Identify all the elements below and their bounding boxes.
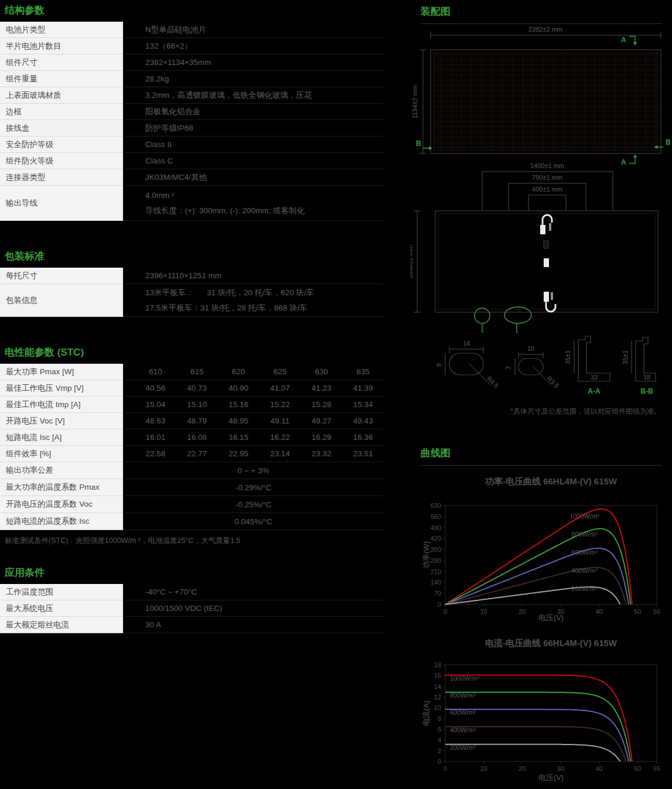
y-tick-label: 630 xyxy=(431,502,441,509)
cell: 41.23 xyxy=(301,384,342,392)
y-tick-label: 10 xyxy=(434,704,441,711)
y-tick-label: 140 xyxy=(431,579,441,586)
row-label: 组件重量 xyxy=(0,71,123,87)
row-label: 最大功率 Pmax [W] xyxy=(0,364,123,380)
row-label: 开路电压 Voc [V] xyxy=(0,413,123,429)
table-row: 组件效率 [%]22.5822.7722.9523.1423.3223.51 xyxy=(0,446,384,462)
section-electrical-stc: 电性能参数 (STC) 最大功率 Pmax [W]610615620625630… xyxy=(0,342,384,546)
row-cells: 40.5640.7340.9041.0741.2341.39 xyxy=(123,380,384,397)
row-value: N型单晶硅电池片 xyxy=(123,22,384,38)
cell: 15.04 xyxy=(135,400,176,409)
table-row: 短路电流的温度系数 Isc0.045%/°C xyxy=(0,513,384,530)
row-value-line2: 17.5米平板车：31 块/托，28 托/车，868 块/车 xyxy=(145,300,381,316)
app-table: 工作温度范围-40°C ~ +70°C 最大系统电压1000/1500 VDC … xyxy=(0,584,384,633)
row-value: Class II xyxy=(123,136,384,153)
row-label: 最大额定熔丝电流 xyxy=(0,617,123,633)
hole1-height: 9 xyxy=(435,363,442,367)
y-tick-label: 210 xyxy=(431,568,441,575)
row-value: 2382×1134×35mm xyxy=(123,54,384,71)
cell: 22.58 xyxy=(135,449,176,458)
y-tick-label: 8 xyxy=(438,715,441,722)
packing-table: 每托尺寸2396×1110×1251 mm 包装信息13米平板车： 31 块/托… xyxy=(0,268,384,317)
row-value: 28.2kg xyxy=(123,71,384,87)
row-value: 防护等级IP68 xyxy=(123,120,384,136)
y-tick-label: 0 xyxy=(438,758,441,765)
section-packing: 包装标准 每托尺寸2396×1110×1251 mm 包装信息13米平板车： 3… xyxy=(0,246,384,317)
row-label: 最佳工作电流 Imp [A] xyxy=(0,397,123,413)
x-tick-label: 0 xyxy=(444,765,447,772)
stc-footnote: 标准测试条件(STC)：光照强度1000W/m ²，电池温度25°C，大气质量1… xyxy=(0,530,384,546)
x-tick-label: 50 xyxy=(634,765,641,772)
stc-table: 最大功率 Pmax [W]610615620625630635 最佳工作电压 V… xyxy=(0,364,384,530)
section-title: 包装标准 xyxy=(0,246,384,268)
table-row: 包装信息13米平板车： 31 块/托，20 托/车，620 块/车17.5米平板… xyxy=(0,284,384,317)
x-tick-label: 10 xyxy=(480,765,487,772)
front-height-dim: 1134±2 mm xyxy=(411,85,418,118)
row-value: -40°C ~ +70°C xyxy=(123,584,384,600)
section-title: 应用条件 xyxy=(0,562,384,584)
rear-dim-790: 790±1 mm xyxy=(532,174,562,181)
table-row: 组件重量28.2kg xyxy=(0,71,384,87)
cell: 22.95 xyxy=(218,449,260,458)
table-row: 工作温度范围-40°C ~ +70°C xyxy=(0,584,384,600)
row-label: 电池片类型 xyxy=(0,22,123,38)
series-label: 400W/m² xyxy=(571,567,598,574)
table-row: 安全防护等级Class II xyxy=(0,136,384,153)
row-label: 接线盒 xyxy=(0,120,123,136)
bb-height: 35±1 xyxy=(622,350,629,364)
assembly-footnote: *具体尺寸及公差范围，请以对应组件图纸为准。 xyxy=(510,407,661,415)
row-cells: 16.0116.0816.1516.2216.2916.36 xyxy=(123,429,384,446)
y-tick-label: 350 xyxy=(431,546,441,553)
cell: 610 xyxy=(135,367,176,376)
cell: 630 xyxy=(301,367,342,376)
cell: 40.73 xyxy=(176,384,218,392)
cell: 615 xyxy=(176,367,218,376)
table-row: 最大功率的温度系数 Pmax-0.29%/°C xyxy=(0,479,384,496)
y-axis-label: 功率(W) xyxy=(422,541,431,569)
x-tick-label: 30 xyxy=(557,765,564,772)
cell: 23.51 xyxy=(342,449,384,458)
cell: 625 xyxy=(259,367,301,376)
row-value-line2: 导线长度：(+): 300mm, (-): 200mm; 或客制化 xyxy=(145,203,381,218)
y-tick-label: 0 xyxy=(438,601,441,608)
cell: 16.08 xyxy=(176,433,218,442)
bb-width: 18 xyxy=(643,374,650,381)
cell: 16.22 xyxy=(259,433,301,442)
cell: 41.39 xyxy=(342,384,384,392)
table-row: 组件尺寸2382×1134×35mm xyxy=(0,54,384,71)
x-tick-label: 0 xyxy=(444,608,447,615)
connector-cables xyxy=(540,215,555,312)
table-row: 最大功率 Pmax [W]610615620625630635 xyxy=(0,364,384,380)
cell: 15.34 xyxy=(342,400,384,409)
y-tick-label: 14 xyxy=(434,683,441,690)
row-cells: 610615620625630635 xyxy=(123,364,384,380)
struct-table: 电池片类型N型单晶硅电池片 半片电池片数目132（66×2） 组件尺寸2382×… xyxy=(0,22,384,221)
cell: 15.22 xyxy=(259,400,301,409)
row-value-line1: 13米平板车： 31 块/托，20 托/车，620 块/车 xyxy=(145,285,381,300)
x-tick-label: 10 xyxy=(480,608,487,615)
y-tick-label: 70 xyxy=(434,590,441,597)
y-tick-label: 16 xyxy=(434,672,441,679)
table-row: 连接器类型JK03M/MC4/其他 xyxy=(0,169,384,186)
cell: 40.90 xyxy=(218,384,260,392)
y-tick-label: 18 xyxy=(434,661,441,668)
row-value: 0.045%/°C xyxy=(123,513,384,530)
row-value: 3.2mm，高透镀膜玻璃，低铁全钢化玻璃，压花 xyxy=(123,87,384,104)
row-label: 组件防火等级 xyxy=(0,153,123,169)
row-label: 输出功率公差 xyxy=(0,462,123,479)
cell: 40.56 xyxy=(135,384,176,392)
row-label: 短路电流的温度系数 Isc xyxy=(0,513,123,530)
x-tick-label: 40 xyxy=(595,765,602,772)
cell: 16.36 xyxy=(342,433,384,442)
section-curves: 曲线图 xyxy=(410,443,661,466)
rear-height-dim: 1086±2 mm xyxy=(410,245,414,279)
section-assembly: 装配图 xyxy=(410,1,661,24)
row-value-line1: 4.0mm ² xyxy=(145,188,381,203)
series-label: 800W/m² xyxy=(450,692,476,699)
y-tick-label: 420 xyxy=(431,535,441,542)
series-label: 400W/m² xyxy=(450,726,476,733)
chart-title: 电流-电压曲线 66HL4M-(V) 615W xyxy=(485,638,618,648)
series-label: 800W/m² xyxy=(571,531,598,538)
hole2-height: 7 xyxy=(505,366,512,370)
section-marker-b-left: B xyxy=(416,139,421,148)
